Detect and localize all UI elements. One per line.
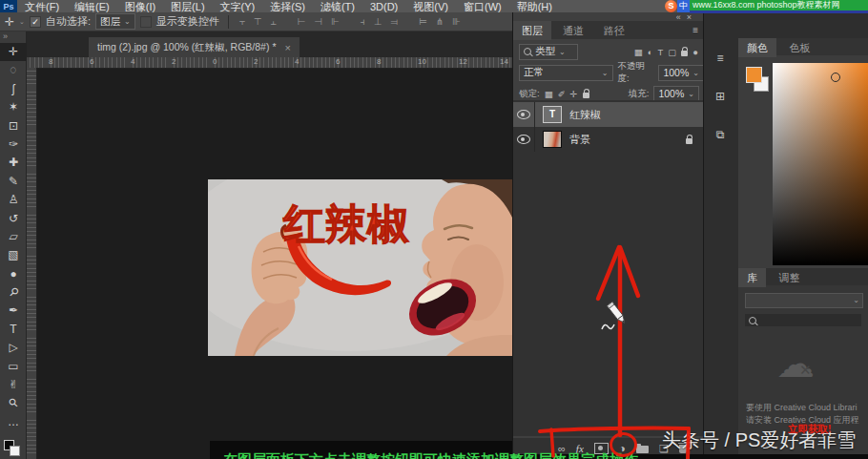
close-document-icon[interactable]: × [284, 42, 290, 53]
move-tool[interactable]: ✛ [0, 43, 27, 61]
menu-edit[interactable]: 编辑(E) [74, 0, 110, 12]
path-selection-tool[interactable]: ▷ [0, 339, 27, 357]
library-search-input[interactable] [745, 314, 861, 326]
filter-type-icon[interactable]: T [657, 47, 663, 57]
align-left-icon[interactable]: ⊢ [298, 16, 306, 27]
lock-position-icon[interactable]: ✛ [570, 89, 578, 99]
align-bottom-icon[interactable]: ⫠ [270, 16, 276, 28]
eyedropper-tool[interactable]: ✑ [0, 136, 27, 154]
visibility-toggle[interactable] [513, 127, 535, 152]
distribute-hcenter-icon[interactable]: ⋔ [436, 16, 444, 27]
ime-logo-icon[interactable]: S [665, 0, 677, 12]
ime-language-icon[interactable]: 中 [677, 0, 690, 12]
menu-layer[interactable]: 图层(L) [171, 0, 204, 12]
align-right-icon[interactable]: ⊩ [331, 16, 340, 27]
document-tab[interactable]: timg (2).jpg @ 100% (红辣椒, RGB/8#) * × [89, 37, 300, 57]
options-bar: ✛ ⌄ ✓ 自动选择: 图层⌄ 显示变换控件 ⫟ ⊤ ⫠ ⊢ ⊣ ⊩ ⫞ ⊥ ⫤… [0, 12, 512, 31]
hand-tool[interactable]: ✌ [0, 376, 27, 394]
pen-tool[interactable]: ✒ [0, 302, 27, 320]
tab-channels[interactable]: 通道 [554, 21, 592, 40]
menu-filter[interactable]: 滤镜(T) [320, 0, 355, 12]
filter-adjustment-icon[interactable]: ◐ [648, 47, 653, 57]
lock-pixels-icon[interactable]: ✐ [558, 89, 566, 99]
foreground-color-chip[interactable] [746, 67, 762, 83]
properties-panel-icon[interactable]: ⊞ [708, 85, 733, 108]
menu-image[interactable]: 图像(I) [125, 0, 155, 12]
search-icon [749, 317, 756, 324]
tab-swatches[interactable]: 色板 [780, 38, 818, 57]
fill-label: 填充: [629, 88, 650, 100]
menu-window[interactable]: 窗口(W) [464, 0, 502, 12]
align-vcenter-icon[interactable]: ⊤ [254, 16, 262, 27]
distribute-bottom-icon[interactable]: ⫤ [390, 16, 398, 28]
menu-file[interactable]: 文件(F) [25, 0, 59, 12]
blur-tool[interactable]: ● [0, 265, 27, 283]
layer-name[interactable]: 红辣椒 [569, 108, 601, 122]
shape-tool[interactable]: ▭ [0, 358, 27, 376]
canvas-image[interactable]: 红辣椒 [208, 179, 512, 356]
library-select-dropdown[interactable]: ⌄ [745, 293, 863, 308]
filter-toggle-icon[interactable]: ● [692, 47, 698, 57]
tab-paths[interactable]: 路径 [595, 21, 633, 40]
get-now-link[interactable]: 立即获取! [788, 423, 832, 436]
layer-name[interactable]: 背景 [569, 133, 590, 147]
lock-label: 锁定: [519, 88, 540, 100]
toolbar-collapse-icon[interactable]: » [0, 31, 26, 43]
layers-panel-tabs: 图层 通道 路径 ≡ [513, 21, 704, 39]
layers-list: T 红辣椒 背景 [513, 100, 704, 436]
eraser-tool[interactable]: ▱ [0, 228, 27, 246]
text-layer-thumbnail[interactable]: T [543, 106, 562, 123]
opacity-dropdown[interactable]: 100%⌄ [658, 65, 704, 81]
menu-3d[interactable]: 3D(D) [370, 0, 398, 12]
history-panel-icon[interactable]: ≡ [708, 47, 733, 70]
layer-row-background[interactable]: 背景 [513, 127, 704, 152]
align-hcenter-icon[interactable]: ⊣ [314, 16, 322, 27]
tab-color[interactable]: 颜色 [738, 38, 776, 57]
tab-adjustments[interactable]: 调整 [770, 268, 808, 287]
marquee-tool[interactable]: ◌ [0, 61, 27, 79]
filter-shape-icon[interactable]: ▢ [668, 47, 676, 57]
lasso-tool[interactable]: ʃ [0, 80, 27, 98]
align-top-icon[interactable]: ⫟ [239, 16, 245, 28]
menu-help[interactable]: 帮助(H) [517, 0, 552, 12]
distribute-vcenter-icon[interactable]: ⊥ [374, 16, 382, 27]
lock-transparent-icon[interactable]: ▦ [545, 89, 553, 99]
filter-pixel-icon[interactable]: ▦ [634, 47, 643, 57]
layer-filter-dropdown[interactable]: 类型⌄ [519, 44, 578, 60]
menu-view[interactable]: 视图(V) [413, 0, 448, 12]
show-transform-checkbox[interactable] [140, 16, 152, 28]
tab-libraries[interactable]: 库 [738, 268, 766, 287]
history-brush-tool[interactable]: ↺ [0, 210, 27, 228]
zoom-tool[interactable]: ⚲ [0, 394, 27, 412]
auto-select-dropdown[interactable]: 图层⌄ [95, 13, 135, 30]
layer-row-text[interactable]: T 红辣椒 [513, 102, 704, 127]
healing-brush-tool[interactable]: ✚ [0, 154, 27, 172]
visibility-toggle[interactable] [513, 102, 535, 127]
image-layer-thumbnail[interactable] [543, 131, 562, 148]
filter-smart-object-icon[interactable] [681, 51, 688, 56]
crop-tool[interactable]: ⊡ [0, 117, 27, 136]
color-picker-marker[interactable] [831, 73, 840, 82]
background-color-swatch[interactable] [10, 446, 20, 456]
dodge-tool[interactable]: ⚲ [0, 283, 27, 302]
menu-select[interactable]: 选择(S) [270, 0, 305, 12]
device-preview-panel-icon[interactable]: ⧉ [708, 123, 733, 146]
distribute-top-icon[interactable]: ⫞ [361, 16, 365, 28]
brush-tool[interactable]: ✎ [0, 173, 27, 191]
lock-all-icon[interactable] [583, 93, 589, 98]
fill-dropdown[interactable]: 100%⌄ [653, 86, 699, 102]
clone-stamp-tool[interactable]: ♙ [0, 191, 27, 209]
gradient-tool[interactable]: ▧ [0, 246, 27, 264]
tab-layers[interactable]: 图层 [513, 21, 551, 40]
menu-type[interactable]: 文字(Y) [220, 0, 256, 12]
edit-toolbar-button[interactable]: … [0, 413, 27, 431]
blend-mode-dropdown[interactable]: 正常⌄ [519, 65, 613, 81]
auto-select-checkbox[interactable]: ✓ [30, 16, 41, 28]
panel-menu-icon[interactable]: ≡ [692, 25, 698, 35]
distribute-right-icon[interactable]: ⊪ [452, 16, 461, 27]
current-tool-icon[interactable]: ✛ [5, 15, 14, 29]
color-gradient-field[interactable] [773, 63, 868, 265]
quick-selection-tool[interactable]: ✶ [0, 98, 27, 116]
type-tool[interactable]: T [0, 321, 27, 339]
distribute-left-icon[interactable]: ⊨ [419, 16, 427, 27]
